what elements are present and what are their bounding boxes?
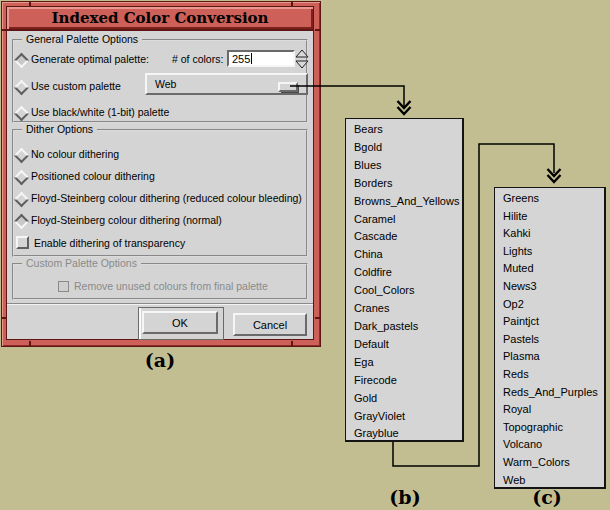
ok-button[interactable]: OK — [142, 311, 218, 334]
num-colors-input[interactable]: 255 — [227, 50, 295, 67]
list-item[interactable]: Caramel — [346, 211, 462, 229]
list-item[interactable]: Reds_And_Purples — [495, 384, 604, 402]
list-item[interactable]: Reds — [495, 366, 604, 384]
list-item[interactable]: Warm_Colors — [495, 454, 604, 472]
list-item[interactable]: Gold — [346, 390, 462, 408]
list-item[interactable]: Grayblue — [346, 425, 462, 442]
figure-label-a: (a) — [120, 349, 200, 371]
group-general-legend: General Palette Options — [22, 33, 142, 45]
use-bw-palette-label: Use black/white (1-bit) palette — [31, 106, 169, 118]
frame-tick — [315, 317, 320, 319]
list-item[interactable]: Coldfire — [346, 264, 462, 282]
num-colors-value: 255 — [232, 53, 250, 65]
list-item[interactable]: Topographic — [495, 419, 604, 437]
enable-transparency-dither-label: Enable dithering of transparency — [34, 237, 185, 249]
screenshot-canvas: Indexed Color Conversion General Palette… — [0, 0, 610, 510]
group-dither-legend: Dither Options — [22, 123, 97, 135]
fs-reduced-bleeding-label: Floyd-Steinberg colour dithering (reduce… — [31, 192, 302, 204]
list-item[interactable]: Borders — [346, 175, 462, 193]
fs-normal-label: Floyd-Steinberg colour dithering (normal… — [31, 214, 222, 226]
custom-palette-dropdown[interactable]: Web — [145, 73, 308, 95]
num-colors-spinner[interactable] — [295, 49, 309, 69]
list-item[interactable]: Op2 — [495, 296, 604, 314]
frame-tick — [315, 29, 320, 31]
connector-arrow-b-head-icon — [398, 101, 411, 114]
list-item[interactable]: GrayViolet — [346, 408, 462, 426]
list-item[interactable]: Ega — [346, 354, 462, 372]
list-item[interactable]: Dark_pastels — [346, 318, 462, 336]
list-item[interactable]: Hilite — [495, 208, 604, 226]
use-custom-palette-label: Use custom palette — [31, 80, 121, 92]
list-item[interactable]: Lights — [495, 243, 604, 261]
positioned-dithering-label: Positioned colour dithering — [31, 170, 155, 182]
dialog-title: Indexed Color Conversion — [52, 9, 269, 27]
num-colors-label: # of colors: — [172, 53, 223, 65]
figure-label-c: (c) — [517, 486, 577, 508]
list-item[interactable]: Bgold — [346, 139, 462, 157]
list-item[interactable]: Volcano — [495, 436, 604, 454]
group-custom-legend: Custom Palette Options — [22, 257, 141, 269]
generate-optimal-label: Generate optimal palette: — [31, 53, 149, 65]
cancel-button[interactable]: Cancel — [233, 313, 307, 336]
dropdown-tab-icon — [278, 82, 298, 92]
list-item[interactable]: Greens — [495, 190, 604, 208]
ok-default-ring: OK — [138, 307, 224, 340]
list-item[interactable]: Cool_Colors — [346, 282, 462, 300]
ok-button-label: OK — [172, 317, 188, 329]
list-item[interactable]: Paintjct — [495, 313, 604, 331]
no-dithering-label: No colour dithering — [31, 148, 119, 160]
palette-list-c[interactable]: GreensHiliteKahkiLightsMutedNews3Op2Pain… — [494, 187, 606, 489]
palette-list-b[interactable]: BearsBgoldBluesBordersBrowns_And_Yellows… — [345, 118, 464, 442]
list-item[interactable]: Cranes — [346, 300, 462, 318]
list-item[interactable]: Plasma — [495, 348, 604, 366]
list-item[interactable]: Pastels — [495, 331, 604, 349]
list-item[interactable]: Kahki — [495, 225, 604, 243]
list-item[interactable]: Bears — [346, 121, 462, 139]
checkbox-remove-unused-colours — [58, 281, 69, 292]
custom-palette-selected-value: Web — [155, 78, 176, 90]
list-item[interactable]: Royal — [495, 401, 604, 419]
list-item[interactable]: Muted — [495, 260, 604, 278]
spinner-down-icon[interactable] — [296, 61, 308, 68]
cancel-button-label: Cancel — [253, 319, 287, 331]
list-item[interactable]: Browns_And_Yellows — [346, 193, 462, 211]
list-item[interactable]: Firecode — [346, 372, 462, 390]
dialog-titlebar[interactable]: Indexed Color Conversion — [6, 6, 314, 30]
checkbox-enable-transparency-dither[interactable] — [16, 236, 29, 249]
list-item[interactable]: News3 — [495, 278, 604, 296]
frame-tick — [291, 341, 293, 346]
connector-arrow-c-head-icon — [548, 169, 561, 182]
figure-label-b: (b) — [375, 486, 435, 508]
spinner-up-icon[interactable] — [296, 50, 308, 57]
frame-tick — [29, 341, 31, 346]
list-item[interactable]: China — [346, 246, 462, 264]
list-item[interactable]: Blues — [346, 157, 462, 175]
list-item[interactable]: Default — [346, 336, 462, 354]
remove-unused-colours-label: Remove unused colours from final palette — [74, 280, 268, 292]
text-caret — [251, 53, 252, 64]
button-separator — [7, 303, 313, 305]
list-item[interactable]: Cascade — [346, 228, 462, 246]
